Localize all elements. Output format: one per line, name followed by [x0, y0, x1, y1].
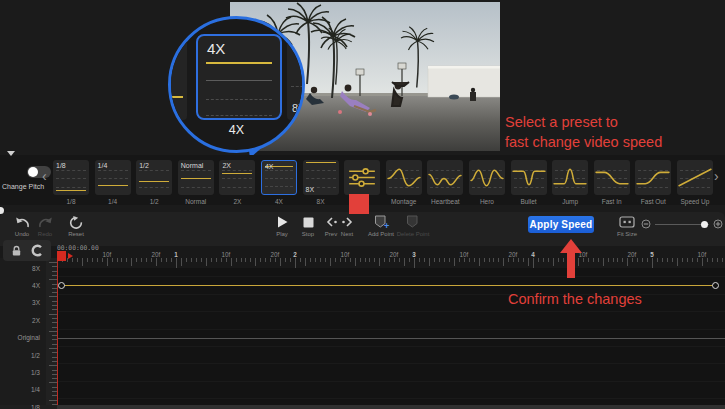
- ruler-tick: [171, 258, 172, 262]
- preset-jump[interactable]: [552, 160, 588, 195]
- ruler-tick: [533, 258, 534, 268]
- snap-magnet-icon[interactable]: [30, 244, 43, 257]
- ruler-tick: [434, 258, 435, 262]
- reset-button[interactable]: Reset: [59, 215, 93, 237]
- zoom-in-icon[interactable]: [713, 219, 723, 229]
- track-label-1-4: 1/4: [0, 386, 40, 393]
- apply-speed-button[interactable]: Apply Speed: [528, 216, 594, 233]
- speed-curve-line[interactable]: [62, 285, 716, 286]
- playhead-line[interactable]: [57, 251, 58, 405]
- ruler-label: 2: [293, 251, 297, 258]
- ruler-tick: [672, 258, 673, 262]
- lock-icon[interactable]: [11, 245, 22, 257]
- ruler-tick: [166, 258, 167, 262]
- preset-1-2[interactable]: 1/2: [136, 160, 172, 195]
- preset-cell-4x: 4X4X: [261, 160, 297, 205]
- ruler-tick: [191, 258, 192, 262]
- preset-caption: Speed Up: [677, 198, 713, 205]
- track-row-1-3[interactable]: [57, 364, 725, 381]
- ruler-label: 10f: [460, 251, 469, 258]
- track-label-column: [0, 258, 46, 405]
- zoom-out-icon[interactable]: [641, 219, 651, 229]
- ruler-tick: [335, 258, 336, 262]
- zoom-slider-track[interactable]: [655, 224, 709, 225]
- preset-1-4[interactable]: 1/4: [95, 160, 131, 195]
- ruler-tick: [275, 258, 276, 262]
- preset-2x[interactable]: 2X: [219, 160, 255, 195]
- horizontal-scrollbar[interactable]: [0, 405, 725, 409]
- ruler-tick: [449, 258, 450, 262]
- ruler-tick: [583, 258, 584, 262]
- ruler-tick: [588, 258, 589, 262]
- ruler-tick: [598, 258, 599, 262]
- track-row-2x[interactable]: [57, 312, 725, 329]
- ruler-tick: [206, 258, 207, 266]
- vertical-mini-ruler: [46, 258, 57, 405]
- fit-size-button[interactable]: Fit Size: [610, 215, 644, 237]
- ruler-tick: [186, 258, 187, 262]
- track-row-1-4[interactable]: [57, 382, 725, 399]
- zoom-slider-knob[interactable]: [701, 221, 708, 228]
- mini-ruler-tick: [49, 279, 57, 280]
- annotation-arrow-icon: [560, 239, 582, 253]
- preset-bullet[interactable]: [511, 160, 547, 195]
- ruler-tick: [280, 258, 281, 266]
- preset-cell-fast-in: Fast In: [594, 160, 630, 205]
- preset-hero[interactable]: [469, 160, 505, 195]
- scrollbar-thumb[interactable]: [57, 405, 725, 409]
- preset-scroll-right-icon[interactable]: ›: [714, 169, 719, 183]
- preset-8x[interactable]: 8X: [303, 160, 339, 195]
- redo-button[interactable]: Redo: [28, 215, 62, 237]
- ruler-tick: [692, 258, 693, 262]
- ruler-tick: [211, 258, 212, 262]
- annotation-confirm: Confirm the changes: [508, 291, 642, 307]
- ruler-tick: [131, 258, 132, 266]
- preset-4x[interactable]: 4X: [261, 160, 297, 195]
- track-row-1-2[interactable]: [57, 347, 725, 364]
- next-button[interactable]: Next: [330, 215, 364, 237]
- ruler-tick: [255, 258, 256, 266]
- preset-heartbeat[interactable]: [427, 160, 463, 195]
- timeline-ruler-ticks[interactable]: [0, 258, 725, 268]
- preset-custom[interactable]: [344, 160, 380, 195]
- mini-ruler-tick: [49, 331, 57, 332]
- ruler-tick: [295, 258, 296, 268]
- ruler-tick: [245, 258, 246, 262]
- preset-1-8[interactable]: 1/8: [53, 160, 89, 195]
- ruler-tick: [593, 258, 594, 262]
- collapse-arrow-icon[interactable]: [7, 151, 15, 156]
- ruler-tick: [613, 258, 614, 262]
- ruler-tick: [384, 258, 385, 262]
- preset-cell-jump: Jump: [552, 160, 588, 205]
- ruler-tick: [722, 258, 723, 262]
- original-speed-line: [57, 338, 725, 339]
- add-point-button[interactable]: + Add Point: [364, 215, 398, 237]
- ruler-tick: [161, 258, 162, 262]
- track-label-1-3: 1/3: [0, 369, 40, 376]
- track-label-1-8: 1/8: [0, 404, 40, 409]
- preset-normal[interactable]: Normal: [178, 160, 214, 195]
- card-speed-label: 4X: [265, 163, 274, 170]
- ruler-tick: [285, 258, 286, 262]
- ruler-tick: [350, 258, 351, 262]
- card-gridline: [222, 187, 252, 188]
- speed-point-start[interactable]: [58, 282, 65, 289]
- preset-speed-up[interactable]: [677, 160, 713, 195]
- delete-point-button[interactable]: Delete Point: [396, 215, 430, 237]
- change-pitch-toggle[interactable]: [27, 166, 51, 178]
- ruler-tick: [642, 258, 643, 262]
- card-gridline: [56, 187, 86, 188]
- ruler-tick: [236, 258, 237, 262]
- ruler-label: 20f: [152, 251, 161, 258]
- preset-fast-in[interactable]: [594, 160, 630, 195]
- card-speed-label: Normal: [181, 162, 204, 169]
- ruler-tick: [647, 258, 648, 262]
- annotation-arrow-shaft: [567, 252, 575, 278]
- preset-montage[interactable]: [386, 160, 422, 195]
- toolbar: Undo Redo Reset Play Stop: [0, 212, 725, 246]
- playhead-handle[interactable]: [57, 251, 66, 261]
- preset-fast-out[interactable]: [635, 160, 671, 195]
- preset-cell-8x: 8X8X: [303, 160, 339, 205]
- preset-scroll-left-icon[interactable]: ‹: [42, 169, 47, 183]
- speed-point-end[interactable]: [712, 282, 719, 289]
